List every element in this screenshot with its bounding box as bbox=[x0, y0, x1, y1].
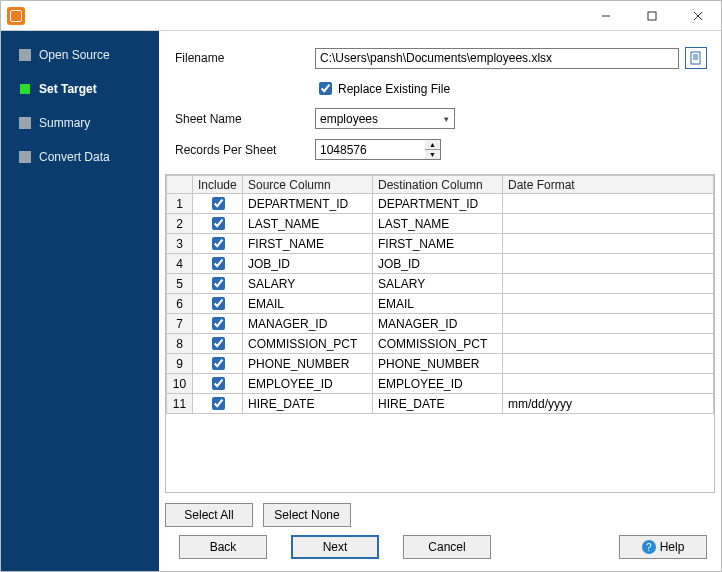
date-format-cell[interactable] bbox=[503, 374, 714, 394]
column-mapping-grid[interactable]: Include Source Column Destination Column… bbox=[165, 174, 715, 493]
row-number: 6 bbox=[167, 294, 193, 314]
source-column-cell[interactable]: EMPLOYEE_ID bbox=[243, 374, 373, 394]
table-row[interactable]: 8COMMISSION_PCTCOMMISSION_PCT bbox=[167, 334, 714, 354]
spinner-down-icon[interactable]: ▼ bbox=[425, 150, 440, 159]
destination-column-cell[interactable]: EMPLOYEE_ID bbox=[373, 374, 503, 394]
sheet-name-dropdown[interactable]: employees ▾ bbox=[315, 108, 455, 129]
date-format-cell[interactable] bbox=[503, 334, 714, 354]
include-cell[interactable] bbox=[193, 234, 243, 254]
destination-column-cell[interactable]: EMAIL bbox=[373, 294, 503, 314]
include-checkbox[interactable] bbox=[212, 357, 225, 370]
destination-column-cell[interactable]: FIRST_NAME bbox=[373, 234, 503, 254]
include-cell[interactable] bbox=[193, 374, 243, 394]
destination-column-cell[interactable]: JOB_ID bbox=[373, 254, 503, 274]
destination-column-cell[interactable]: COMMISSION_PCT bbox=[373, 334, 503, 354]
include-cell[interactable] bbox=[193, 254, 243, 274]
date-format-cell[interactable] bbox=[503, 194, 714, 214]
include-checkbox[interactable] bbox=[212, 337, 225, 350]
include-cell[interactable] bbox=[193, 294, 243, 314]
minimize-button[interactable] bbox=[583, 1, 629, 31]
col-include[interactable]: Include bbox=[193, 176, 243, 194]
sidebar-item-summary[interactable]: Summary bbox=[1, 109, 159, 137]
include-cell[interactable] bbox=[193, 214, 243, 234]
include-cell[interactable] bbox=[193, 194, 243, 214]
help-icon: ? bbox=[642, 540, 656, 554]
include-checkbox[interactable] bbox=[212, 397, 225, 410]
table-row[interactable]: 11HIRE_DATEHIRE_DATEmm/dd/yyyy bbox=[167, 394, 714, 414]
date-format-cell[interactable] bbox=[503, 294, 714, 314]
table-row[interactable]: 9PHONE_NUMBERPHONE_NUMBER bbox=[167, 354, 714, 374]
back-button[interactable]: Back bbox=[179, 535, 267, 559]
destination-column-cell[interactable]: PHONE_NUMBER bbox=[373, 354, 503, 374]
destination-column-cell[interactable]: MANAGER_ID bbox=[373, 314, 503, 334]
include-checkbox[interactable] bbox=[212, 237, 225, 250]
row-number: 4 bbox=[167, 254, 193, 274]
date-format-cell[interactable] bbox=[503, 214, 714, 234]
include-cell[interactable] bbox=[193, 394, 243, 414]
source-column-cell[interactable]: FIRST_NAME bbox=[243, 234, 373, 254]
col-dest[interactable]: Destination Column bbox=[373, 176, 503, 194]
include-checkbox[interactable] bbox=[212, 297, 225, 310]
replace-existing-check-input[interactable] bbox=[319, 82, 332, 95]
include-checkbox[interactable] bbox=[212, 277, 225, 290]
table-row[interactable]: 5SALARYSALARY bbox=[167, 274, 714, 294]
date-format-cell[interactable] bbox=[503, 254, 714, 274]
source-column-cell[interactable]: EMAIL bbox=[243, 294, 373, 314]
table-row[interactable]: 3FIRST_NAMEFIRST_NAME bbox=[167, 234, 714, 254]
source-column-cell[interactable]: PHONE_NUMBER bbox=[243, 354, 373, 374]
destination-column-cell[interactable]: LAST_NAME bbox=[373, 214, 503, 234]
date-format-cell[interactable] bbox=[503, 274, 714, 294]
next-button[interactable]: Next bbox=[291, 535, 379, 559]
date-format-cell[interactable] bbox=[503, 354, 714, 374]
table-row[interactable]: 10EMPLOYEE_IDEMPLOYEE_ID bbox=[167, 374, 714, 394]
source-column-cell[interactable]: HIRE_DATE bbox=[243, 394, 373, 414]
table-row[interactable]: 2LAST_NAMELAST_NAME bbox=[167, 214, 714, 234]
maximize-button[interactable] bbox=[629, 1, 675, 31]
destination-column-cell[interactable]: SALARY bbox=[373, 274, 503, 294]
include-cell[interactable] bbox=[193, 314, 243, 334]
grid-header-row: Include Source Column Destination Column… bbox=[167, 176, 714, 194]
include-checkbox[interactable] bbox=[212, 377, 225, 390]
sidebar-item-open-source[interactable]: Open Source bbox=[1, 41, 159, 69]
table-row[interactable]: 4JOB_IDJOB_ID bbox=[167, 254, 714, 274]
include-cell[interactable] bbox=[193, 334, 243, 354]
records-per-sheet-spinner[interactable]: ▲ ▼ bbox=[425, 139, 441, 160]
date-format-cell[interactable]: mm/dd/yyyy bbox=[503, 394, 714, 414]
select-all-button[interactable]: Select All bbox=[165, 503, 253, 527]
browse-file-button[interactable] bbox=[685, 47, 707, 69]
destination-column-cell[interactable]: HIRE_DATE bbox=[373, 394, 503, 414]
include-cell[interactable] bbox=[193, 354, 243, 374]
source-column-cell[interactable]: SALARY bbox=[243, 274, 373, 294]
sheet-name-label: Sheet Name bbox=[175, 112, 315, 126]
include-checkbox[interactable] bbox=[212, 197, 225, 210]
help-button[interactable]: ? Help bbox=[619, 535, 707, 559]
source-column-cell[interactable]: MANAGER_ID bbox=[243, 314, 373, 334]
spinner-up-icon[interactable]: ▲ bbox=[425, 140, 440, 150]
source-column-cell[interactable]: COMMISSION_PCT bbox=[243, 334, 373, 354]
source-column-cell[interactable]: LAST_NAME bbox=[243, 214, 373, 234]
sidebar-item-label: Summary bbox=[39, 116, 90, 130]
table-row[interactable]: 6EMAILEMAIL bbox=[167, 294, 714, 314]
include-checkbox[interactable] bbox=[212, 217, 225, 230]
sidebar-item-convert-data[interactable]: Convert Data bbox=[1, 143, 159, 171]
date-format-cell[interactable] bbox=[503, 234, 714, 254]
destination-column-cell[interactable]: DEPARTMENT_ID bbox=[373, 194, 503, 214]
col-date-format[interactable]: Date Format bbox=[503, 176, 714, 194]
source-column-cell[interactable]: DEPARTMENT_ID bbox=[243, 194, 373, 214]
filename-input[interactable] bbox=[315, 48, 679, 69]
include-checkbox[interactable] bbox=[212, 317, 225, 330]
cancel-button[interactable]: Cancel bbox=[403, 535, 491, 559]
include-checkbox[interactable] bbox=[212, 257, 225, 270]
include-cell[interactable] bbox=[193, 274, 243, 294]
replace-existing-checkbox[interactable]: Replace Existing File bbox=[315, 79, 450, 98]
records-per-sheet-input[interactable] bbox=[315, 139, 425, 160]
source-column-cell[interactable]: JOB_ID bbox=[243, 254, 373, 274]
select-none-button[interactable]: Select None bbox=[263, 503, 351, 527]
col-source[interactable]: Source Column bbox=[243, 176, 373, 194]
row-number: 5 bbox=[167, 274, 193, 294]
close-button[interactable] bbox=[675, 1, 721, 31]
table-row[interactable]: 7MANAGER_IDMANAGER_ID bbox=[167, 314, 714, 334]
sidebar-item-set-target[interactable]: Set Target bbox=[1, 75, 159, 103]
date-format-cell[interactable] bbox=[503, 314, 714, 334]
table-row[interactable]: 1DEPARTMENT_IDDEPARTMENT_ID bbox=[167, 194, 714, 214]
